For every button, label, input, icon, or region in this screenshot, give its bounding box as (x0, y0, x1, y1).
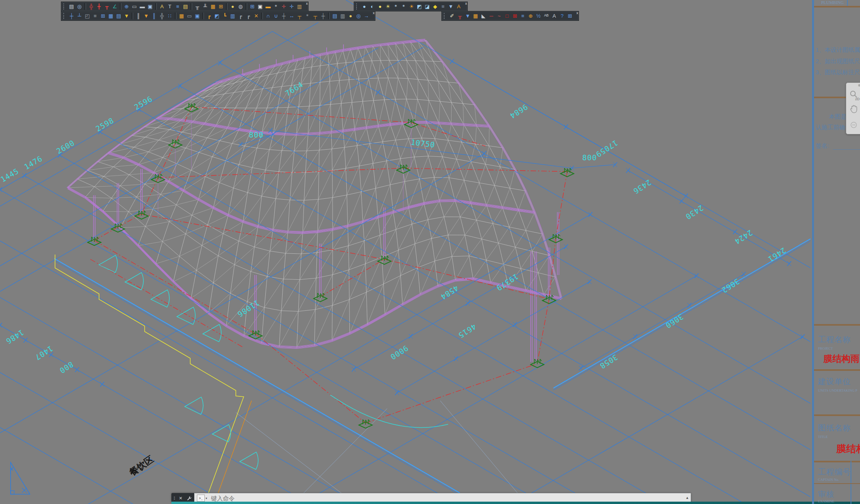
wrench-icon[interactable] (187, 496, 192, 501)
pan-hand-icon[interactable] (848, 103, 859, 115)
steps-icon[interactable]: ┗ (221, 12, 229, 20)
layer-on-bulb-icon[interactable]: ● (376, 3, 384, 11)
text-lines-icon[interactable]: ≡ (174, 3, 182, 11)
arrow-down-blue-icon[interactable]: ▼ (464, 12, 472, 20)
corner-edit-icon[interactable]: ◩ (213, 12, 221, 20)
layer-stack-icon[interactable]: ≡ (439, 3, 447, 11)
frame-gray-icon[interactable]: ▭ (186, 12, 193, 20)
toolbar-close-icon[interactable]: x (577, 11, 579, 15)
command-prompt-icon[interactable]: >_ (197, 495, 205, 502)
beam-red-icon[interactable]: ╥ (456, 12, 464, 20)
toolbar-grip[interactable] (356, 4, 358, 9)
wall-pill-icon[interactable]: ▭ (130, 3, 138, 11)
wall-bar-icon[interactable]: ▬ (138, 3, 146, 11)
grid-frame-icon[interactable]: ⊞ (217, 3, 225, 11)
grid-orange2-icon[interactable]: ▦ (178, 12, 186, 20)
toolbar-grip[interactable] (63, 13, 66, 19)
text-style-icon[interactable]: T (166, 3, 174, 11)
align-lines-icon[interactable]: ≡ (91, 12, 99, 20)
layer-balloon-doc-icon[interactable]: ◐ (368, 3, 376, 11)
down-orange-icon[interactable]: ┬ (296, 12, 303, 20)
column-arrow-icon[interactable]: ▼ (142, 12, 150, 20)
axis-down-icon[interactable]: ┴ (75, 12, 83, 20)
axis-grid-red-icon[interactable]: ╬ (87, 3, 95, 11)
zoom-out-icon[interactable] (848, 119, 859, 131)
doc-edit-icon[interactable]: ▤ (182, 3, 189, 11)
doc-arrow-icon[interactable]: → (362, 12, 370, 20)
axis-grid-nodes-icon[interactable]: ╋ (95, 3, 103, 11)
axis-corner-icon[interactable]: ◰ (83, 12, 91, 20)
text-write-icon[interactable]: A (158, 3, 166, 11)
window-check-icon[interactable]: ▣ (193, 12, 201, 20)
square-x-red-icon[interactable]: ⊠ (511, 12, 519, 20)
help-icon[interactable]: ? (558, 12, 566, 20)
paint-brush-icon[interactable]: ✐ (448, 12, 456, 20)
delete-x-icon[interactable]: ✕ (252, 12, 260, 20)
layer-freeze-doc-icon[interactable]: ＊ (400, 3, 408, 11)
zoom-icon[interactable]: 2D (848, 88, 859, 100)
window-tiles-icon[interactable]: ⊞ (248, 3, 256, 11)
microphone-icon[interactable]: ◍ (237, 3, 244, 11)
doc-lines-icon[interactable]: ▥ (339, 12, 347, 20)
tiles-icon[interactable]: ⊞ (566, 12, 574, 20)
grid-orange-icon[interactable]: ▦ (209, 3, 217, 11)
expand-up-icon[interactable]: ▲ (685, 496, 689, 500)
ab-text-icon[interactable]: ᴬᴮ (542, 12, 550, 20)
balloon-icon[interactable]: ● (229, 3, 237, 11)
star-dim-icon[interactable]: ＊ (303, 12, 311, 20)
pipe-elbow-icon[interactable]: ◣ (480, 12, 487, 20)
lines-blue-icon[interactable]: ≡ (519, 12, 527, 20)
ruler-icon[interactable]: ▬ (264, 3, 272, 11)
drawing-canvas[interactable]: 1445147626002598259680076641075080096841… (0, 0, 860, 504)
toolbar-grip[interactable] (63, 4, 66, 9)
layer-stack-arrow-icon[interactable]: ▼ (447, 3, 455, 11)
layer-bucket-icon[interactable]: ◆ (431, 3, 439, 11)
crosshair-dim-icon[interactable]: ⊕ (123, 3, 130, 11)
bulb-small-icon[interactable]: ● (347, 12, 355, 20)
axis-dim-icon[interactable]: ┼ (68, 12, 75, 20)
grid-gray-icon[interactable]: ╬ (158, 12, 166, 20)
doc-plus-icon[interactable]: ▤ (331, 12, 339, 20)
select-document-icon[interactable]: ▤ (68, 3, 75, 11)
chevron-down-icon[interactable]: ▾ (206, 497, 207, 500)
column-pair-icon[interactable]: ║ (150, 12, 158, 20)
corner-pk-icon[interactable]: ┏ (244, 12, 252, 20)
layer-freeze-icon[interactable]: ＊ (392, 3, 400, 11)
layer-bulb-multi-icon[interactable]: ☀ (384, 3, 392, 11)
layer-thaw-sun-icon[interactable]: ☀ (408, 3, 415, 11)
horizontal-dim-icon[interactable]: ↔ (288, 12, 296, 20)
corner-orange-icon[interactable]: ┏ (205, 12, 213, 20)
move-tool-icon[interactable]: ✛ (288, 3, 296, 11)
pipe-red-icon[interactable]: ─ (487, 12, 495, 20)
layer-stack-edit-icon[interactable]: A (455, 3, 463, 11)
dim-posts-alt-icon[interactable]: ╨ (201, 3, 209, 11)
doc-zoom-icon[interactable]: ◎ (355, 12, 362, 20)
toolbar-grip[interactable] (444, 13, 446, 19)
spray-icon[interactable]: ＊ (272, 3, 280, 11)
angle-draw-icon[interactable]: ∠ (111, 3, 119, 11)
ab-check-icon[interactable]: A (550, 12, 558, 20)
dim-posts-icon[interactable]: ╥ (193, 3, 201, 11)
grid-blue-icon[interactable]: ▦ (107, 12, 115, 20)
close-icon[interactable]: ⊗ (858, 83, 860, 87)
square-red-icon[interactable]: □ (503, 12, 511, 20)
grid-doc-icon[interactable]: ▤ (115, 12, 123, 20)
channel-icon[interactable]: ∪ (272, 12, 280, 20)
close-icon[interactable]: ✕ (179, 496, 182, 501)
half-circle-icon[interactable]: ½ (535, 12, 542, 20)
corner-wjk-icon[interactable]: ┏ (237, 12, 244, 20)
target-icon[interactable]: ⊕ (527, 12, 535, 20)
toolbar-close-icon[interactable]: x (465, 2, 467, 5)
grid-check-icon[interactable]: ▼ (123, 12, 130, 20)
layer-lock-figure-icon[interactable]: ◩ (415, 3, 423, 11)
grid-orange3-icon[interactable]: ▦ (472, 12, 480, 20)
rotate-ref-icon[interactable]: ✛ (280, 3, 288, 11)
layer-balloon-icon[interactable]: ● (360, 3, 368, 11)
tower-icon[interactable]: ▥ (229, 12, 237, 20)
cross-dim-icon[interactable]: ┼ (280, 12, 288, 20)
window-insert-icon[interactable]: ▣ (146, 3, 154, 11)
dots-icon[interactable]: ∷ (166, 12, 174, 20)
cross-dim2-icon[interactable]: ┼ (319, 12, 327, 20)
layer-unlock-figure-icon[interactable]: ◪ (423, 3, 431, 11)
paste-clipboard-icon[interactable]: ▥ (296, 3, 303, 11)
